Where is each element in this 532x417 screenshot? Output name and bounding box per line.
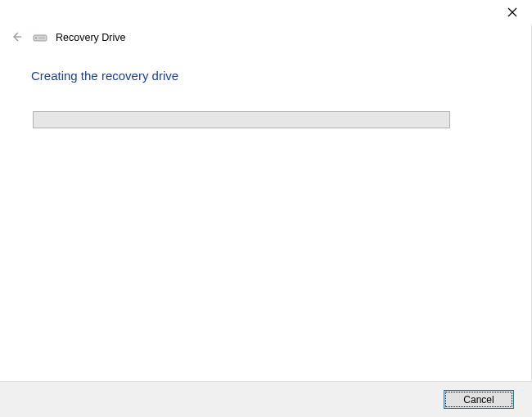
page-heading: Creating the recovery drive <box>31 69 178 83</box>
back-arrow-icon <box>10 30 23 46</box>
close-button[interactable] <box>504 5 521 21</box>
titlebar <box>504 0 532 25</box>
back-button[interactable] <box>8 29 25 46</box>
drive-icon <box>33 33 47 43</box>
window-title: Recovery Drive <box>56 32 125 43</box>
progress-bar <box>33 111 450 128</box>
svg-point-4 <box>35 38 37 39</box>
cancel-button[interactable]: Cancel <box>444 390 514 409</box>
close-icon <box>507 7 517 20</box>
svg-rect-5 <box>38 38 45 39</box>
header-row: Recovery Drive <box>8 29 125 46</box>
footer: Cancel <box>0 381 532 417</box>
